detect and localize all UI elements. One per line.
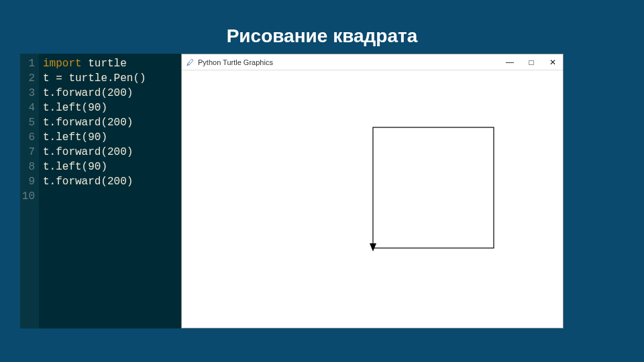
svg-marker-1	[370, 243, 376, 251]
code-line	[43, 189, 177, 204]
drawn-square-icon	[182, 70, 564, 329]
code-line: t.left(90)	[43, 130, 177, 145]
line-number: 4	[20, 101, 35, 115]
code-editor: 12345678910 import turtlet = turtle.Pen(…	[20, 54, 181, 328]
code-line: import turtle	[43, 56, 177, 71]
line-number: 8	[20, 160, 35, 174]
code-line: t.forward(200)	[43, 86, 177, 101]
minimize-button[interactable]: —	[504, 56, 516, 68]
code-line: t.forward(200)	[43, 115, 177, 130]
line-number: 1	[20, 56, 35, 71]
turtle-graphics-window: 🖊 Python Turtle Graphics — □ ✕	[181, 54, 564, 328]
line-number-gutter: 12345678910	[20, 54, 39, 328]
code-line: t = turtle.Pen()	[43, 71, 177, 86]
slide-title: Рисование квадрата	[0, 0, 644, 52]
window-titlebar[interactable]: 🖊 Python Turtle Graphics — □ ✕	[182, 54, 563, 70]
maximize-button[interactable]: □	[525, 56, 537, 68]
line-number: 9	[20, 174, 35, 189]
code-body[interactable]: import turtlet = turtle.Pen()t.forward(2…	[39, 54, 181, 328]
turtle-canvas	[182, 70, 563, 328]
line-number: 3	[20, 86, 35, 101]
code-line: t.forward(200)	[43, 145, 177, 160]
content-area: 12345678910 import turtlet = turtle.Pen(…	[20, 54, 564, 328]
code-line: t.left(90)	[43, 160, 177, 174]
window-title: Python Turtle Graphics	[198, 58, 504, 66]
feather-icon: 🖊	[186, 58, 194, 66]
line-number: 6	[20, 130, 35, 145]
svg-rect-0	[373, 127, 494, 248]
line-number: 10	[20, 189, 35, 204]
code-line: t.forward(200)	[43, 174, 177, 189]
close-button[interactable]: ✕	[547, 56, 559, 68]
line-number: 5	[20, 115, 35, 130]
window-controls: — □ ✕	[504, 56, 559, 68]
line-number: 7	[20, 145, 35, 160]
code-line: t.left(90)	[43, 101, 177, 115]
line-number: 2	[20, 71, 35, 86]
